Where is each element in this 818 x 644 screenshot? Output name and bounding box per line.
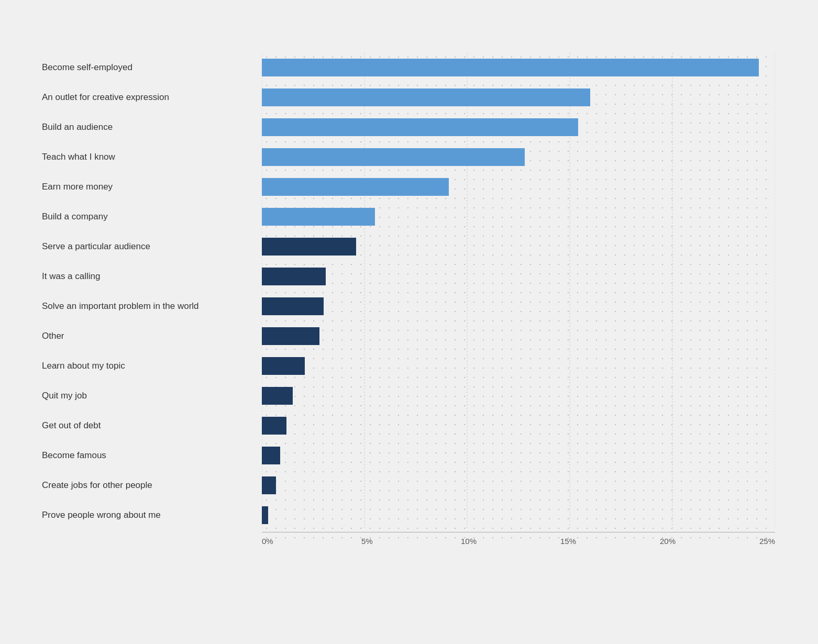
bar-label: Build an audience [42,122,113,132]
bar-label: Create jobs for other people [42,480,152,491]
bar-row [262,410,775,440]
bar [262,148,525,166]
labels-column: Become self-employedAn outlet for creati… [42,52,262,546]
bar-row [262,112,775,142]
chart-body: Become self-employedAn outlet for creati… [42,52,775,546]
bar-label: Other [42,331,64,341]
bar-row [262,381,775,410]
bar-row [262,321,775,351]
bars-section: 0%5%10%15%20%25% [262,52,775,546]
bar-row [262,291,775,321]
label-cell: Solve an important problem in the world [42,291,262,321]
bar-label: Serve a particular audience [42,241,150,252]
label-cell: Prove people wrong about me [42,500,262,530]
bar-row [262,500,775,530]
bar-label: Learn about my topic [42,361,125,371]
x-axis: 0%5%10%15%20%25% [262,532,775,546]
bar [262,238,356,256]
chart-container: Become self-employedAn outlet for creati… [21,21,796,567]
bar-row [262,52,775,82]
bar [262,178,449,196]
x-tick: 15% [560,537,660,546]
label-cell: Create jobs for other people [42,470,262,500]
bar-label: It was a calling [42,271,101,282]
bar [262,417,286,435]
label-cell: Build a company [42,202,262,231]
label-cell: Build an audience [42,112,262,142]
x-tick: 20% [660,537,759,546]
label-cell: Learn about my topic [42,351,262,381]
bar-row [262,82,775,112]
bar [262,506,268,524]
x-tick: 5% [361,537,461,546]
label-cell: Teach what I know [42,142,262,172]
bar-row [262,351,775,381]
bar [262,208,375,226]
bar-label: Earn more money [42,182,113,192]
bar-label: Become famous [42,450,106,461]
bar-row [262,470,775,500]
bar-label: Prove people wrong about me [42,510,161,520]
bar-row [262,231,775,261]
bar [262,268,326,285]
bar [262,327,319,345]
x-tick: 0% [262,537,361,546]
bar-label: Solve an important problem in the world [42,301,199,312]
bar [262,297,324,315]
bar-label: Teach what I know [42,152,115,162]
chart-area: Become self-employedAn outlet for creati… [42,52,775,546]
bar-label: Get out of debt [42,420,101,431]
bar [262,447,280,464]
bar-row [262,172,775,202]
bar-label: Quit my job [42,391,87,401]
label-cell: Other [42,321,262,351]
label-cell: Become self-employed [42,52,262,82]
label-cell: It was a calling [42,261,262,291]
bar-label: Become self-employed [42,62,132,73]
bar [262,88,590,106]
bar-row [262,202,775,231]
label-cell: Become famous [42,440,262,470]
label-cell: Earn more money [42,172,262,202]
bar-label: Build a company [42,212,108,222]
bar [262,357,305,375]
bar-row [262,261,775,291]
bar-row [262,440,775,470]
x-tick: 10% [461,537,560,546]
label-cell: Serve a particular audience [42,231,262,261]
x-tick: 25% [759,537,775,546]
bar-row [262,142,775,172]
bar [262,59,759,76]
bar-label: An outlet for creative expression [42,92,169,103]
bar [262,476,276,494]
bar [262,387,293,405]
label-cell: Quit my job [42,381,262,410]
label-cell: An outlet for creative expression [42,82,262,112]
label-cell: Get out of debt [42,410,262,440]
bar [262,118,578,136]
